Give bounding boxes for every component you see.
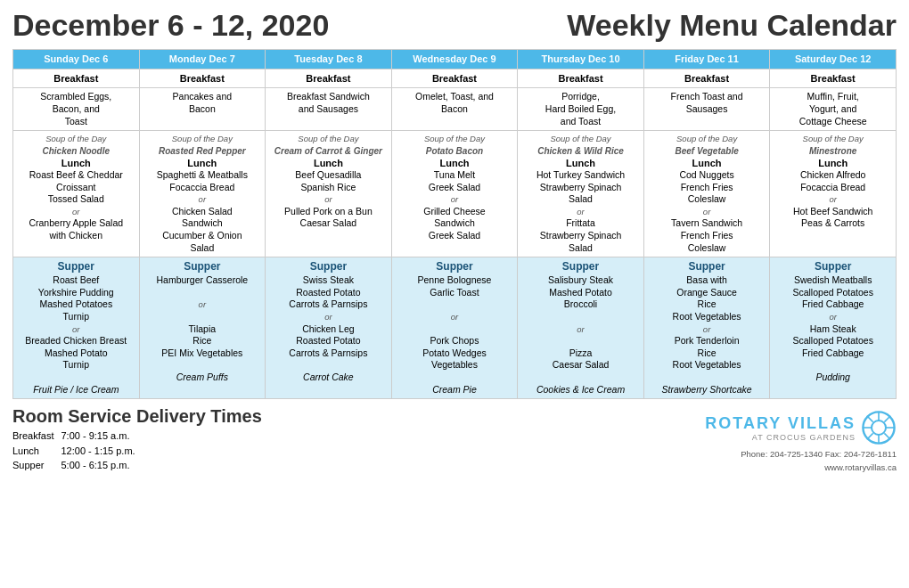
breakfast-items-thu: Porridge,Hard Boiled Egg,and Toast xyxy=(518,88,644,131)
breakfast-label-sat: Breakfast xyxy=(770,69,897,88)
lunch-cell-tue: Soup of the Day Cream of Carrot & Ginger… xyxy=(266,131,392,257)
breakfast-items-wed: Omelet, Toast, andBacon xyxy=(391,88,518,131)
day-header-thu: Thursday Dec 10 xyxy=(518,50,644,69)
supper-cell-sun: Supper Roast BeefYorkshire PuddingMashed… xyxy=(13,257,140,399)
lunch-cell-thu: Soup of the Day Chicken & Wild Rice Lunc… xyxy=(518,131,644,257)
lunch-cell-sat: Soup of the Day Minestrone Lunch Chicken… xyxy=(770,131,897,257)
breakfast-items-mon: Pancakes andBacon xyxy=(139,88,266,131)
rotary-emblem-icon xyxy=(861,410,897,445)
room-service-lunch: Lunch 12:00 - 1:15 p.m. xyxy=(12,444,143,458)
page-title: December 6 - 12, 2020 xyxy=(12,9,329,42)
svg-line-7 xyxy=(884,434,890,440)
breakfast-label-tue: Breakfast xyxy=(266,69,392,88)
day-header-mon: Monday Dec 7 xyxy=(139,50,266,69)
meal-time-breakfast: 7:00 - 9:15 a.m. xyxy=(61,429,142,443)
lunch-cell-wed: Soup of the Day Potato Bacon Lunch Tuna … xyxy=(391,131,518,257)
breakfast-label-sun: Breakfast xyxy=(13,69,140,88)
breakfast-label-row: Breakfast Breakfast Breakfast Breakfast … xyxy=(13,69,897,88)
page-footer: Room Service Delivery Times Breakfast 7:… xyxy=(12,406,897,472)
org-name: ROTARY VILLAS xyxy=(705,414,856,433)
logo-container: ROTARY VILLAS AT CROCUS GARDENS xyxy=(705,410,897,445)
day-header-row: Sunday Dec 6 Monday Dec 7 Tuesday Dec 8 … xyxy=(13,50,897,69)
page-header: December 6 - 12, 2020 Weekly Menu Calend… xyxy=(12,9,897,42)
supper-cell-tue: Supper Swiss SteakRoasted PotatoCarrots … xyxy=(266,257,392,399)
supper-cell-mon: Supper Hamburger Casserole or TilapiaRic… xyxy=(139,257,266,399)
breakfast-items-sat: Muffin, Fruit,Yogurt, andCottage Cheese xyxy=(770,88,897,131)
supper-cell-fri: Supper Basa withOrange SauceRiceRoot Veg… xyxy=(643,257,770,399)
supper-row: Supper Roast BeefYorkshire PuddingMashed… xyxy=(13,257,897,399)
room-service-supper: Supper 5:00 - 6:15 p.m. xyxy=(12,458,143,472)
svg-line-6 xyxy=(867,416,873,422)
meal-label-lunch: Lunch xyxy=(12,444,61,458)
breakfast-label-thu: Breakfast xyxy=(518,69,644,88)
room-service-breakfast: Breakfast 7:00 - 9:15 a.m. xyxy=(12,429,143,443)
supper-cell-thu: Supper Salisbury SteakMashed PotatoBrocc… xyxy=(518,257,644,399)
menu-calendar: Sunday Dec 6 Monday Dec 7 Tuesday Dec 8 … xyxy=(12,49,897,399)
lunch-row: Soup of the Day Chicken Noodle Lunch Roa… xyxy=(13,131,897,257)
lunch-cell-mon: Soup of the Day Roasted Red Pepper Lunch… xyxy=(139,131,266,257)
contact-website: www.rotaryvillas.ca xyxy=(705,462,897,472)
supper-cell-wed: Supper Penne BologneseGarlic Toast or Po… xyxy=(391,257,518,399)
breakfast-label-wed: Breakfast xyxy=(391,69,518,88)
contact-phone: Phone: 204-725-1340 Fax: 204-726-1811 xyxy=(705,449,897,459)
supper-cell-sat: Supper Swedish MeatballsScalloped Potato… xyxy=(770,257,897,399)
meal-time-lunch: 12:00 - 1:15 p.m. xyxy=(61,444,142,458)
breakfast-items-sun: Scrambled Eggs,Bacon, andToast xyxy=(13,88,140,131)
rotary-villas-text: ROTARY VILLAS AT CROCUS GARDENS xyxy=(705,414,856,442)
lunch-cell-fri: Soup of the Day Beef Vegetable Lunch Cod… xyxy=(643,131,770,257)
day-header-fri: Friday Dec 11 xyxy=(643,50,770,69)
svg-line-8 xyxy=(884,416,890,422)
room-service-section: Room Service Delivery Times Breakfast 7:… xyxy=(12,406,262,472)
day-header-sat: Saturday Dec 12 xyxy=(770,50,897,69)
room-service-times-table: Breakfast 7:00 - 9:15 a.m. Lunch 12:00 -… xyxy=(12,429,143,472)
page-subtitle: Weekly Menu Calendar xyxy=(567,9,897,42)
breakfast-label-fri: Breakfast xyxy=(643,69,770,88)
meal-label-breakfast: Breakfast xyxy=(12,429,61,443)
breakfast-items-tue: Breakfast Sandwichand Sausages xyxy=(266,88,392,131)
day-header-sun: Sunday Dec 6 xyxy=(13,50,140,69)
lunch-cell-sun: Soup of the Day Chicken Noodle Lunch Roa… xyxy=(13,131,140,257)
meal-label-supper: Supper xyxy=(12,458,61,472)
svg-point-1 xyxy=(872,421,886,435)
logo-area: ROTARY VILLAS AT CROCUS GARDENS Phone: 2… xyxy=(705,410,897,472)
room-service-title: Room Service Delivery Times xyxy=(12,406,262,427)
svg-line-9 xyxy=(867,434,873,440)
breakfast-items-row: Scrambled Eggs,Bacon, andToast Pancakes … xyxy=(13,88,897,131)
org-sub: AT CROCUS GARDENS xyxy=(705,433,856,442)
day-header-wed: Wednesday Dec 9 xyxy=(391,50,518,69)
breakfast-items-fri: French Toast andSausages xyxy=(643,88,770,131)
day-header-tue: Tuesday Dec 8 xyxy=(266,50,392,69)
meal-time-supper: 5:00 - 6:15 p.m. xyxy=(61,458,142,472)
breakfast-label-mon: Breakfast xyxy=(139,69,266,88)
